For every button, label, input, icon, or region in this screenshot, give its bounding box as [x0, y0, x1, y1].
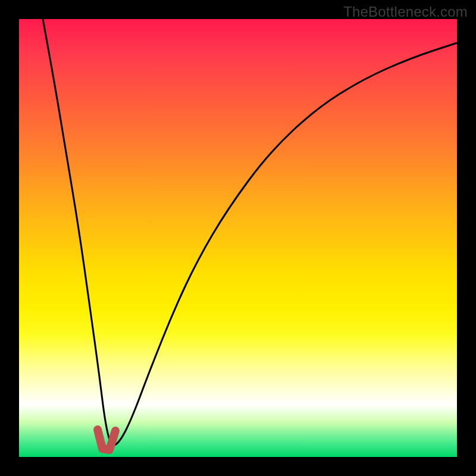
v-curve-path [43, 19, 457, 445]
curve-svg [19, 19, 457, 457]
bottleneck-marker-path [98, 430, 115, 450]
watermark-text: TheBottleneck.com [343, 4, 468, 20]
plot-area [19, 19, 457, 457]
chart-frame: TheBottleneck.com [0, 0, 476, 476]
